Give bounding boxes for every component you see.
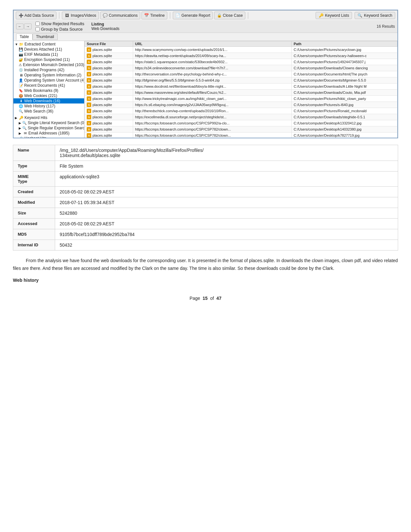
sidebar-item-os-info[interactable]: 🖥 Operating System Information (2) (14, 73, 84, 78)
prop-size-label: Size (13, 208, 55, 219)
sidebar-item-web-history[interactable]: 🌐 Web History (117) (14, 103, 84, 109)
cell-source: Splaces.sqlite (85, 96, 133, 102)
recent-icon: 📝 (19, 83, 23, 88)
sidebar-item-extension[interactable]: ⚠ Extension Mismatch Detected (103) (14, 62, 84, 67)
close-case-button[interactable]: 🔒 Close Case (214, 12, 245, 19)
sidebar-item-bookmarks-label: Web Bookmarks (9) (24, 88, 58, 93)
sqlite-icon: S (87, 96, 91, 101)
table-row[interactable]: Splaces.sqlitehttps://excellmedia.dl.sou… (85, 114, 397, 120)
sidebar-item-installed[interactable]: 💿 Installed Programs (42) (14, 67, 84, 73)
sidebar-item-installed-label: Installed Programs (42) (24, 68, 64, 72)
table-row[interactable]: Splaces.sqlitehttp://theredschtick.com/w… (85, 108, 397, 114)
table-row[interactable]: Splaces.sqlitehttp://www.scarymommy.com/… (85, 47, 397, 53)
sidebar-single-regex[interactable]: ▶ 🔍 Single Regular Expression Search (0) (14, 125, 84, 131)
web-history-icon: 🌐 (19, 104, 23, 108)
cell-url: https://excellmedia.dl.sourceforge.net/p… (133, 114, 292, 120)
sidebar-item-cookies[interactable]: 🍪 Web Cookies (221) (14, 93, 84, 98)
sqlite-icon: S (87, 109, 91, 113)
cell-path: C:/Users/computer/Downloads/steghide-0.5… (292, 114, 397, 120)
prop-accessed-label: Accessed (13, 219, 55, 229)
group-by-datasource-label[interactable]: Group by Data Source (35, 27, 84, 32)
sidebar-item-recent[interactable]: 📝 Recent Documents (41) (14, 83, 84, 88)
table-row[interactable]: Splaces.sqlitehttps://fsccmps.fotosearch… (85, 126, 397, 133)
show-rejected-checkbox[interactable] (35, 22, 40, 26)
sidebar-item-exif[interactable]: 📷 EXIF Metadata (11) (14, 52, 84, 57)
sidebar-item-cookies-label: Web Cookies (221) (24, 94, 57, 98)
sqlite-icon: S (87, 133, 91, 138)
sidebar-keyword-hits-label: Keyword Hits (24, 115, 47, 120)
back-button[interactable]: ← (16, 24, 24, 29)
listing-header: Table Thumbnail (14, 33, 397, 41)
prop-row-accessed: Accessed 2018-05-02 08:02:29 AEST (13, 219, 398, 229)
table-row[interactable]: Splaces.sqlitehttps://fsccmps.fotosearch… (85, 133, 397, 138)
expand-icon-root: ▼ (15, 43, 18, 46)
sidebar-item-web-search[interactable]: 🔍 Web Search (36) (14, 109, 84, 114)
sidebar-root[interactable]: ▼ 📁 Extracted Content (14, 42, 84, 47)
tab-thumbnail[interactable]: Thumbnail (33, 34, 58, 40)
sidebar-single-literal[interactable]: ▶ 🔍 Single Literal Keyword Search (0) (14, 120, 84, 125)
timeline-button[interactable]: 📅 Timeline (142, 12, 167, 19)
sidebar-item-devices[interactable]: 💾 Devices Attached (11) (14, 47, 84, 52)
sidebar-item-os-user[interactable]: 👤 Operating System User Account (4) (14, 78, 84, 83)
prop-mime-label: MIME Type (13, 172, 55, 187)
table-row[interactable]: Splaces.sqlitehttps://deavita.net/wp-con… (85, 53, 397, 59)
sidebar-item-encryption[interactable]: 🔐 Encryption Suspected (11) (14, 57, 84, 62)
prop-row-size: Size 5242880 (13, 208, 398, 219)
sidebar-email-addresses[interactable]: ▶ ✉ Email Addresses (1895) (14, 131, 84, 136)
web-search-icon: 🔍 (19, 109, 23, 113)
table-row[interactable]: Splaces.sqlitehttps://static1.squarespac… (85, 59, 397, 65)
page-footer: Page 15 of 47 (13, 292, 398, 301)
cell-url: https://www.massreview.org/sites/default… (133, 90, 292, 96)
group-by-datasource-checkbox[interactable] (35, 27, 40, 31)
sqlite-icon: S (87, 127, 91, 132)
col-url[interactable]: URL (133, 41, 292, 47)
sidebar-item-recent-label: Recent Documents (41) (24, 83, 65, 88)
images-videos-button[interactable]: 🖼 Images/Videos (62, 12, 99, 19)
timeline-label: Timeline (150, 13, 165, 18)
table-row[interactable]: Splaces.sqlitehttp://bfgminer.org/files/… (85, 77, 397, 84)
body-paragraph: From the analysis we have found the web … (13, 257, 398, 272)
sidebar-single-literal-label: Single Literal Keyword Search (0) (28, 121, 84, 125)
expand-icon-ea: ▶ (19, 132, 22, 135)
cell-path: C:/Users/computer/Pictures/scary-hallowe… (292, 53, 397, 59)
sidebar-item-web-downloads[interactable]: ⬇ Web Downloads (16) (14, 98, 84, 103)
communications-icon: 💬 (103, 13, 108, 18)
app-toolbar: ➕ Add Data Source 🖼 Images/Videos 💬 Comm… (14, 10, 397, 20)
table-row[interactable]: Splaces.sqlitehttps://s.s6.ebaying.com/i… (85, 102, 397, 108)
source-file-text: places.sqlite (93, 54, 112, 58)
sidebar-keyword-hits[interactable]: ▶ 🔑 Keyword Hits (14, 115, 84, 120)
table-row[interactable]: Splaces.sqlitehttp://theconversation.com… (85, 71, 397, 77)
col-path[interactable]: Path (292, 41, 397, 47)
prop-size-value: 5242880 (55, 208, 398, 219)
table-row[interactable]: Splaces.sqlitehttps://s34.onlinevideocon… (85, 65, 397, 71)
table-row[interactable]: Splaces.sqlitehttps://www.docdroid.net/f… (85, 84, 397, 90)
source-file-text: places.sqlite (93, 109, 112, 113)
sqlite-icon: S (87, 103, 91, 107)
show-rejected-label[interactable]: Show Rejected Results (35, 21, 84, 26)
sidebar-item-bookmarks[interactable]: 🔖 Web Bookmarks (9) (14, 88, 84, 93)
table-row[interactable]: Splaces.sqlitehttps://www.massreview.org… (85, 90, 397, 96)
sidebar-hashset-hits[interactable]: ▶ 🔒 Hashset Hits (14, 136, 84, 138)
keyword-search-button[interactable]: 🔍 Keyword Search (355, 12, 395, 19)
cell-source: Splaces.sqlite (85, 84, 133, 90)
table-row[interactable]: Splaces.sqlitehttps://fsccmps.fotosearch… (85, 120, 397, 126)
generate-report-button[interactable]: 📄 Generate Report (173, 12, 213, 19)
results-count: 16 Results (377, 24, 395, 29)
table-row[interactable]: Splaces.sqlitehttp://www.trickytrealmagi… (85, 96, 397, 102)
sqlite-icon: S (87, 84, 91, 89)
forward-button[interactable]: → (24, 24, 32, 29)
add-data-source-button[interactable]: ➕ Add Data Source (16, 12, 56, 19)
communications-button[interactable]: 💬 Communications (100, 12, 140, 19)
prop-row-type: Type File System (13, 161, 398, 172)
cell-path: C:/Users/computer/Documents/bfgminer-5.5… (292, 77, 397, 84)
sqlite-icon: S (87, 90, 91, 95)
tab-table[interactable]: Table (16, 34, 33, 40)
cell-path: C:/Users/computer/Downloads/A Little Nig… (292, 84, 397, 90)
prop-name-line2: 134xeumt.default/places.sqlite (60, 153, 120, 158)
results-table: Source File URL Path Splaces.sqlitehttp:… (84, 41, 397, 138)
prop-modified-label: Modified (13, 197, 55, 208)
prop-internal-id-label: Internal ID (13, 240, 55, 251)
col-source-file[interactable]: Source File (85, 41, 133, 47)
keyword-lists-button[interactable]: 🔑 Keyword Lists (316, 12, 352, 19)
cell-url: https://fsccmps.fotosearch.com/compc/CSP… (133, 126, 292, 133)
